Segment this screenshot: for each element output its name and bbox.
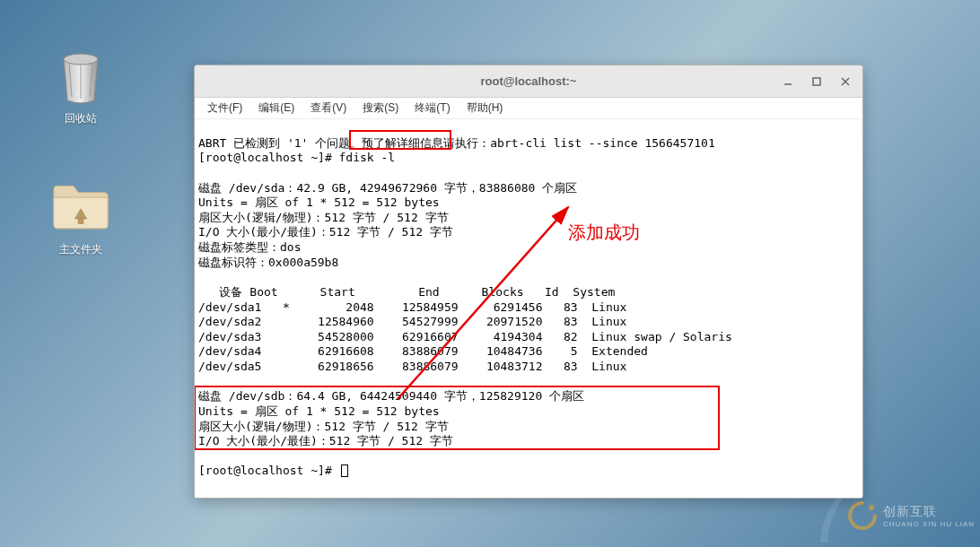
menu-view[interactable]: 查看(V) bbox=[303, 99, 354, 117]
watermark-logo-icon bbox=[847, 500, 878, 531]
menu-search[interactable]: 搜索(S) bbox=[355, 99, 406, 117]
watermark-7-icon: 7 bbox=[806, 487, 851, 543]
line-prompt1: [root@localhost ~]# fdisk -l bbox=[198, 151, 395, 164]
line-part-header: 设备 Boot Start End Blocks Id System bbox=[198, 285, 615, 299]
menubar: 文件(F) 编辑(E) 查看(V) 搜索(S) 终端(T) 帮助(H) bbox=[195, 98, 862, 119]
line-sector-a: 扇区大小(逻辑/物理)：512 字节 / 512 字节 bbox=[198, 211, 449, 224]
line-part-4: /dev/sda5 62918656 83886079 10483712 83 … bbox=[198, 360, 626, 373]
line-sector-b: 扇区大小(逻辑/物理)：512 字节 / 512 字节 bbox=[198, 420, 449, 433]
maximize-button[interactable] bbox=[805, 72, 828, 91]
trash-icon bbox=[52, 48, 109, 106]
line-abrt: ABRT 已检测到 '1' 个问题。预了解详细信息请执行：abrt-cli li… bbox=[198, 136, 715, 150]
menu-file[interactable]: 文件(F) bbox=[200, 99, 249, 117]
watermark-subtext: CHUANG XIN HU LIAN bbox=[883, 520, 975, 528]
folder-home-icon bbox=[52, 179, 109, 237]
line-part-3: /dev/sda4 62916608 83886079 10484736 5 E… bbox=[198, 344, 648, 358]
watermark-text: 创新互联 bbox=[883, 504, 937, 518]
menu-edit[interactable]: 编辑(E) bbox=[251, 99, 302, 117]
cursor bbox=[341, 465, 348, 477]
desktop-icon-trash[interactable]: 回收站 bbox=[36, 48, 126, 126]
menu-help[interactable]: 帮助(H) bbox=[459, 99, 511, 117]
line-io-a: I/O 大小(最小/最佳)：512 字节 / 512 字节 bbox=[198, 225, 453, 239]
line-units-b: Units = 扇区 of 1 * 512 = 512 bytes bbox=[198, 404, 440, 418]
line-label-type: 磁盘标签类型：dos bbox=[198, 240, 301, 254]
line-part-0: /dev/sda1 * 2048 12584959 6291456 83 Lin… bbox=[198, 300, 626, 314]
window-title: root@localhost:~ bbox=[195, 74, 862, 88]
line-prompt2: [root@localhost ~]# bbox=[198, 464, 348, 477]
close-button[interactable] bbox=[834, 72, 857, 91]
line-units-a: Units = 扇区 of 1 * 512 = 512 bytes bbox=[198, 195, 440, 209]
line-disk-ident: 磁盘标识符：0x000a59b8 bbox=[198, 256, 338, 269]
svg-rect-5 bbox=[813, 78, 820, 85]
line-disk-a: 磁盘 /dev/sda：42.9 GB, 42949672960 字节，8388… bbox=[198, 181, 577, 195]
line-io-b: I/O 大小(最小/最佳)：512 字节 / 512 字节 bbox=[198, 434, 453, 447]
trash-label: 回收站 bbox=[36, 111, 126, 126]
terminal-body[interactable]: ABRT 已检测到 '1' 个问题。预了解详细信息请执行：abrt-cli li… bbox=[195, 119, 862, 498]
home-folder-label: 主文件夹 bbox=[36, 242, 126, 257]
annotation-success-text: 添加成功 bbox=[568, 221, 640, 245]
line-disk-b: 磁盘 /dev/sdb：64.4 GB, 64424509440 字节，1258… bbox=[198, 389, 584, 403]
watermark: 7 创新互联 CHUANG XIN HU LIAN bbox=[806, 487, 975, 543]
minimize-button[interactable] bbox=[776, 72, 800, 91]
terminal-window: root@localhost:~ 文件(F) 编辑(E) 查看(V) 搜索(S)… bbox=[194, 65, 863, 499]
titlebar[interactable]: root@localhost:~ bbox=[195, 65, 862, 98]
desktop-icon-home[interactable]: 主文件夹 bbox=[36, 179, 126, 257]
menu-terminal[interactable]: 终端(T) bbox=[407, 99, 457, 117]
line-part-2: /dev/sda3 54528000 62916607 4194304 82 L… bbox=[198, 330, 732, 343]
svg-point-9 bbox=[869, 505, 874, 510]
line-part-1: /dev/sda2 12584960 54527999 20971520 83 … bbox=[198, 315, 626, 328]
